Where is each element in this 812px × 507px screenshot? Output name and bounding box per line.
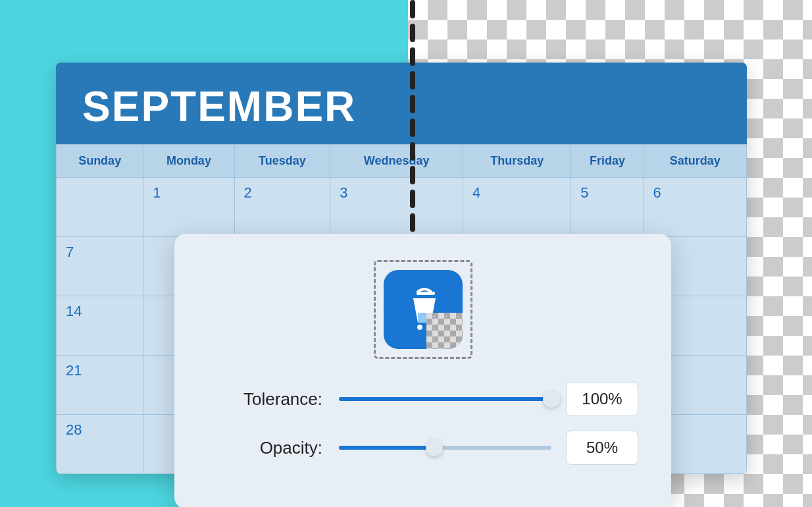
opacity-slider-track[interactable]	[339, 446, 551, 450]
day-header-friday: Friday	[571, 145, 644, 178]
table-row: 5	[571, 178, 644, 237]
day-header-tuesday: Tuesday	[234, 145, 330, 178]
tolerance-label: Tolerance:	[207, 389, 322, 410]
table-row: 6	[644, 178, 746, 237]
opacity-slider-fill	[339, 446, 434, 450]
table-row	[57, 178, 143, 237]
svg-point-1	[417, 325, 422, 330]
icon-container	[207, 260, 638, 359]
table-row: 3	[330, 178, 463, 237]
tolerance-slider-wrapper[interactable]	[339, 392, 551, 406]
table-row: 28	[57, 415, 143, 474]
day-header-wednesday: Wednesday	[330, 145, 463, 178]
tolerance-value-display: 100%	[566, 382, 638, 416]
table-row: 2	[234, 178, 330, 237]
tolerance-control-row: Tolerance: 100%	[207, 382, 638, 416]
tool-settings-modal: Tolerance: 100% Opacity: 50%	[174, 234, 671, 507]
table-row: 14	[57, 296, 143, 356]
app-icon	[384, 270, 463, 349]
tolerance-slider-fill	[339, 397, 551, 401]
opacity-slider-thumb[interactable]	[426, 439, 443, 456]
dashed-divider	[410, 0, 415, 250]
opacity-label: Opacity:	[207, 438, 322, 458]
day-header-sunday: Sunday	[57, 145, 143, 178]
tolerance-slider-track[interactable]	[339, 397, 551, 401]
table-row: 7	[57, 237, 143, 296]
calendar-month-title: SEPTEMBER	[82, 82, 721, 131]
opacity-slider-wrapper[interactable]	[339, 441, 551, 454]
icon-transparency-checker	[426, 313, 463, 349]
table-row: 4	[463, 178, 571, 237]
day-header-monday: Monday	[143, 145, 234, 178]
icon-dashed-border	[374, 260, 472, 359]
table-row: 1	[143, 178, 234, 237]
day-header-thursday: Thursday	[463, 145, 571, 178]
opacity-control-row: Opacity: 50%	[207, 431, 638, 465]
table-row: 21	[57, 356, 143, 415]
day-header-saturday: Saturday	[644, 145, 746, 178]
calendar-header: SEPTEMBER	[56, 63, 747, 144]
tolerance-slider-thumb[interactable]	[543, 390, 560, 408]
opacity-value-display: 50%	[566, 431, 638, 465]
